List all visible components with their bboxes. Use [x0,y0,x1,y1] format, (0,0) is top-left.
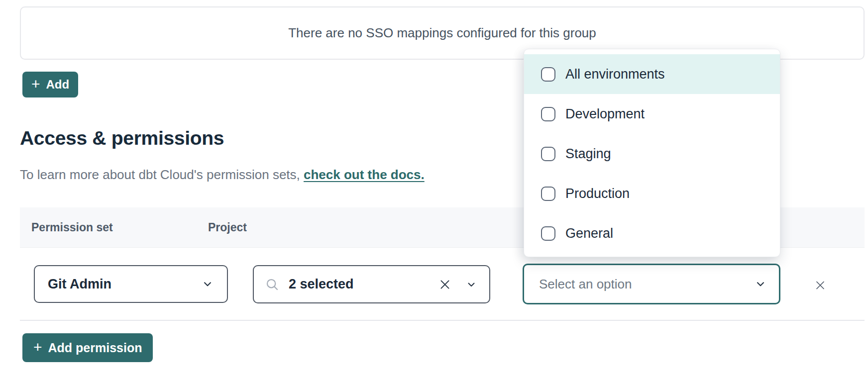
add-sso-mapping-button[interactable]: + Add [22,72,78,97]
environment-placeholder: Select an option [539,277,632,292]
environment-select-open[interactable]: Select an option [523,264,780,304]
permissions-description: To learn more about dbt Cloud's permissi… [20,167,425,183]
column-header-project: Project [208,207,247,247]
chevron-down-icon [465,279,477,290]
search-icon [265,277,280,292]
environment-dropdown-menu: All environments Development Staging Pro… [524,49,780,257]
checkbox-unchecked[interactable] [541,147,555,161]
column-header-permission-set: Permission set [31,207,113,247]
dropdown-option-production[interactable]: Production [524,174,780,213]
chevron-down-icon [201,278,214,290]
checkbox-unchecked[interactable] [541,107,555,121]
option-label: Development [565,106,645,122]
option-label: Production [565,186,630,201]
group-settings-page: There are no SSO mappings configured for… [0,0,868,384]
add-permission-label: Add permission [48,341,142,355]
add-button-label: Add [46,78,70,92]
option-label: Staging [565,146,611,162]
checkbox-unchecked[interactable] [541,67,555,82]
option-label: General [565,226,613,241]
dropdown-option-development[interactable]: Development [524,94,780,134]
dropdown-option-general[interactable]: General [524,213,780,253]
dropdown-option-staging[interactable]: Staging [524,134,780,174]
description-text: To learn more about dbt Cloud's permissi… [20,167,304,182]
remove-permission-row-x-icon[interactable] [811,276,829,294]
checkbox-unchecked[interactable] [541,226,555,241]
clear-selection-x-icon[interactable] [438,278,451,291]
checkbox-unchecked[interactable] [541,187,555,201]
sso-empty-text: There are no SSO mappings configured for… [288,25,596,41]
dropdown-option-all-environments[interactable]: All environments [524,54,780,94]
project-multiselect[interactable]: 2 selected [253,265,490,303]
plus-icon: + [33,340,42,355]
plus-icon: + [31,77,40,92]
docs-link[interactable]: check out the docs. [304,167,425,182]
project-selected-count: 2 selected [289,277,438,292]
page-title: Access & permissions [20,127,224,149]
permission-set-select[interactable]: Git Admin [34,265,228,303]
option-label: All environments [565,67,665,82]
add-permission-button[interactable]: + Add permission [22,333,153,362]
chevron-down-icon [754,278,767,290]
permission-set-value: Git Admin [48,277,111,292]
